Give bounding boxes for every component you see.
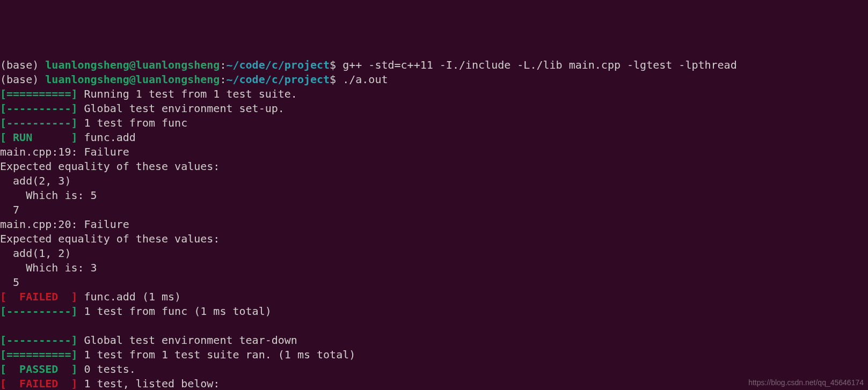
failure-expr: add(1, 2) <box>0 247 71 260</box>
text: 1 test from 1 test suite ran. (1 ms tota… <box>78 348 356 361</box>
tag-passed: [ PASSED ] <box>0 363 78 376</box>
gtest-failed: [ FAILED ] func.add (1 ms) <box>0 290 181 303</box>
gtest-suite-end: [----------] 1 test from func (1 ms tota… <box>0 305 272 318</box>
tag-dashes: [----------] <box>0 102 78 115</box>
terminal-output[interactable]: (base) luanlongsheng@luanlongsheng:~/cod… <box>0 58 868 390</box>
command-text: g++ -std=c++11 -I./include -L./lib main.… <box>342 58 737 71</box>
sep: : <box>220 58 226 71</box>
gtest-setup: [----------] Global test environment set… <box>0 102 285 115</box>
text: 1 test, listed below: <box>78 377 220 390</box>
tag-dashes: [----------] <box>0 116 78 129</box>
failure-expected: 7 <box>0 203 19 216</box>
text: Global test environment tear-down <box>78 334 297 347</box>
cwd-path: ~/code/c/project <box>226 73 330 86</box>
gtest-suite: [----------] 1 test from func <box>0 116 187 129</box>
userhost: luanlongsheng@luanlongsheng <box>45 58 220 71</box>
gtest-run: [ RUN ] func.add <box>0 131 136 144</box>
failure-expected: 5 <box>0 276 19 289</box>
tag-failed: [ FAILED ] <box>0 290 78 303</box>
text: 1 test from func (1 ms total) <box>78 305 272 318</box>
text: 1 test from func <box>78 116 188 129</box>
failure-location: main.cpp:20: Failure <box>0 218 129 231</box>
failure-actual: Which is: 5 <box>0 189 97 202</box>
text: func.add <box>78 131 136 144</box>
tag-run: [ RUN ] <box>0 131 78 144</box>
dollar: $ <box>330 73 342 86</box>
blank-line <box>0 319 6 332</box>
gtest-teardown: [----------] Global test environment tea… <box>0 334 297 347</box>
tag-equals: [==========] <box>0 87 78 100</box>
gtest-summary: [==========] 1 test from 1 test suite ra… <box>0 348 355 361</box>
failure-location: main.cpp:19: Failure <box>0 145 129 158</box>
prompt-line-1: (base) luanlongsheng@luanlongsheng:~/cod… <box>0 58 737 71</box>
tag-dashes: [----------] <box>0 305 78 318</box>
env-label: (base) <box>0 73 45 86</box>
cwd-path: ~/code/c/project <box>226 58 330 71</box>
text: Running 1 test from 1 test suite. <box>78 87 297 100</box>
tag-equals: [==========] <box>0 348 78 361</box>
failure-msg: Expected equality of these values: <box>0 232 220 245</box>
text: 0 tests. <box>78 363 136 376</box>
prompt-line-2: (base) luanlongsheng@luanlongsheng:~/cod… <box>0 73 388 86</box>
text: func.add (1 ms) <box>78 290 181 303</box>
gtest-passed: [ PASSED ] 0 tests. <box>0 363 136 376</box>
env-label: (base) <box>0 58 45 71</box>
sep: : <box>220 73 226 86</box>
userhost: luanlongsheng@luanlongsheng <box>45 73 220 86</box>
gtest-header: [==========] Running 1 test from 1 test … <box>0 87 297 100</box>
command-text: ./a.out <box>342 73 388 86</box>
watermark-text: https://blog.csdn.net/qq_45646174 <box>748 378 864 388</box>
gtest-failed-summary: [ FAILED ] 1 test, listed below: <box>0 377 220 390</box>
tag-failed: [ FAILED ] <box>0 377 78 390</box>
tag-dashes: [----------] <box>0 334 78 347</box>
text: Global test environment set-up. <box>78 102 285 115</box>
failure-msg: Expected equality of these values: <box>0 160 220 173</box>
failure-actual: Which is: 3 <box>0 261 97 274</box>
dollar: $ <box>330 58 342 71</box>
failure-expr: add(2, 3) <box>0 174 71 187</box>
